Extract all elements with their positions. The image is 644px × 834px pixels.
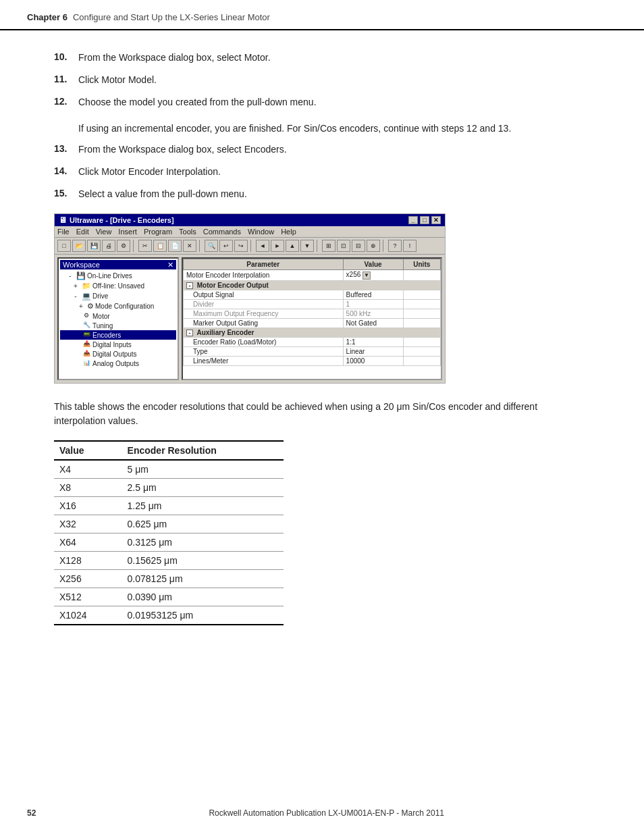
tree-digital-outputs[interactable]: 📤 Digital Outputs [60, 349, 176, 359]
menu-tools[interactable]: Tools [179, 228, 196, 236]
params-table: Parameter Value Units Motor Encoder Inte… [183, 259, 441, 366]
footer-center-text: Rockwell Automation Publication LX-UM001… [209, 808, 444, 818]
menu-view[interactable]: View [96, 228, 112, 236]
table-header-resolution: Encoder Resolution [122, 441, 284, 460]
toolbar-paste[interactable]: 📄 [168, 240, 182, 252]
menu-file[interactable]: File [57, 228, 70, 236]
param-row-max-freq: Maximum Output Frequency 500 kHz [184, 309, 441, 318]
tree-analog-outputs[interactable]: 📊 Analog Outputs [60, 359, 176, 368]
motor-icon: ⚙ [82, 312, 91, 320]
param-val-interp[interactable]: x256 ▼ [343, 270, 403, 281]
step-text-15: Select a value from the pull-down menu. [78, 187, 247, 201]
tree-encoders[interactable]: 📟 Encoders [60, 330, 176, 340]
toolbar-delete[interactable]: ✕ [183, 240, 196, 252]
page-footer: 52 Rockwell Automation Publication LX-UM… [0, 808, 644, 818]
toolbar-print[interactable]: 🖨 [102, 240, 115, 252]
menu-insert[interactable]: Insert [118, 228, 137, 236]
separator-5 [383, 240, 385, 252]
toolbar-b6[interactable]: ⊡ [337, 240, 350, 252]
step-item-15: 15. Select a value from the pull-down me… [54, 187, 590, 201]
tree-label-online: On-Line Drives [87, 272, 132, 280]
expand-icon-mode: + [76, 303, 86, 311]
params-panel: Parameter Value Units Motor Encoder Inte… [182, 257, 442, 380]
tree-label-outputs: Digital Outputs [92, 350, 137, 358]
table-cell-value: X8 [54, 479, 122, 497]
tree-mode-config[interactable]: + ⚙ Mode Configuration [60, 301, 176, 311]
offline-icon: 📁 [82, 282, 91, 290]
screenshot-toolbar: □ 📂 💾 🖨 ⚙ ✂ 📋 📄 ✕ 🔍 ↩ ↪ ◄ ► ▲ ▼ ⊞ ⊡ ⊟ ⊕ [55, 238, 445, 255]
step-item-10: 10. From the Workspace dialog box, selec… [54, 51, 590, 65]
analog-icon: 📊 [82, 359, 91, 367]
param-row-interp: Motor Encoder Interpolation x256 ▼ [184, 270, 441, 281]
param-unit-max-freq [403, 309, 440, 318]
toolbar-b7[interactable]: ⊟ [352, 240, 365, 252]
step-number-14: 14. [54, 165, 78, 176]
workspace-close[interactable]: ✕ [167, 261, 173, 269]
chapter-label: Chapter 6 [27, 12, 68, 22]
step-text-10: From the Workspace dialog box, select Mo… [78, 51, 271, 65]
screenshot-title: Ultraware - [Drive - Encoders] [70, 216, 174, 224]
toolbar-b4[interactable]: ▼ [300, 240, 314, 252]
tree-offline-drives[interactable]: + 📁 Off-line: Unsaved [60, 281, 176, 291]
table-cell-value: X512 [54, 588, 122, 606]
param-name-lines-meter: Lines/Meter [184, 356, 344, 365]
toolbar-cut[interactable]: ✂ [138, 240, 152, 252]
maximize-btn[interactable]: □ [420, 216, 429, 224]
menu-window[interactable]: Window [248, 228, 274, 236]
toolbar-save[interactable]: 💾 [87, 240, 101, 252]
tree-tuning[interactable]: 🔧 Tuning [60, 321, 176, 330]
toolbar-b5[interactable]: ⊞ [322, 240, 336, 252]
param-row-lines-meter: Lines/Meter 10000 [184, 356, 441, 365]
toolbar-b1[interactable]: ◄ [256, 240, 269, 252]
tree-motor[interactable]: ⚙ Motor [60, 311, 176, 321]
header-title: Configure and Start Up the LX-Series Lin… [73, 12, 270, 22]
collapse-encoder-output[interactable]: - [186, 282, 193, 289]
encoder-resolution-table: Value Encoder Resolution X45 μmX82.5 μmX… [54, 440, 284, 625]
table-cell-resolution: 0.01953125 μm [122, 606, 284, 625]
toolbar-copy[interactable]: 📋 [153, 240, 167, 252]
param-unit-lines-meter [403, 356, 440, 365]
table-cell-value: X16 [54, 497, 122, 515]
col-units: Units [403, 259, 440, 270]
minimize-btn[interactable]: _ [408, 216, 418, 224]
toolbar-b10[interactable]: ! [403, 240, 417, 252]
param-section-aux-encoder: - Auxiliary Encoder [184, 328, 441, 337]
table-cell-resolution: 0.3125 μm [122, 533, 284, 552]
param-unit-type [403, 346, 440, 356]
param-row-enc-ratio: Encoder Ratio (Load/Motor) 1:1 [184, 337, 441, 346]
param-unit-divider [403, 299, 440, 309]
table-cell-resolution: 2.5 μm [122, 479, 284, 497]
step-item-14: 14. Click Motor Encoder Interpolation. [54, 165, 590, 179]
close-btn[interactable]: ✕ [431, 216, 441, 224]
toolbar-new[interactable]: □ [57, 240, 71, 252]
toolbar-props[interactable]: ⚙ [117, 240, 130, 252]
param-unit-interp [403, 270, 440, 281]
param-val-marker-gating: Not Gated [343, 318, 403, 328]
step-number-10: 10. [54, 51, 78, 62]
menu-help[interactable]: Help [281, 228, 296, 236]
tree-label-encoders: Encoders [92, 332, 121, 339]
table-cell-resolution: 0.625 μm [122, 515, 284, 533]
tree-label-tuning: Tuning [92, 322, 113, 330]
toolbar-b9[interactable]: ? [388, 240, 402, 252]
menu-edit[interactable]: Edit [76, 228, 89, 236]
param-row-output-signal: Output Signal Buffered [184, 290, 441, 299]
toolbar-b3[interactable]: ▲ [286, 240, 299, 252]
toolbar-b8[interactable]: ⊕ [367, 240, 380, 252]
tree-digital-inputs[interactable]: 📥 Digital Inputs [60, 340, 176, 349]
step-text-12: Choose the model you created from the pu… [78, 95, 317, 109]
tree-drive[interactable]: - 💻 Drive [60, 291, 176, 301]
toolbar-undo[interactable]: ↩ [219, 240, 233, 252]
tree-online-drives[interactable]: - 💾 On-Line Drives [60, 271, 176, 281]
screenshot-menubar: File Edit View Insert Program Tools Comm… [55, 226, 445, 238]
toolbar-b2[interactable]: ► [271, 240, 284, 252]
interp-dropdown[interactable]: ▼ [363, 271, 371, 280]
toolbar-redo[interactable]: ↪ [234, 240, 248, 252]
menu-program[interactable]: Program [144, 228, 172, 236]
toolbar-find[interactable]: 🔍 [205, 240, 218, 252]
collapse-aux-encoder[interactable]: - [186, 330, 193, 336]
table-row: X5120.0390 μm [54, 588, 284, 606]
menu-commands[interactable]: Commands [203, 228, 241, 236]
col-parameter: Parameter [184, 259, 344, 270]
toolbar-open[interactable]: 📂 [72, 240, 86, 252]
